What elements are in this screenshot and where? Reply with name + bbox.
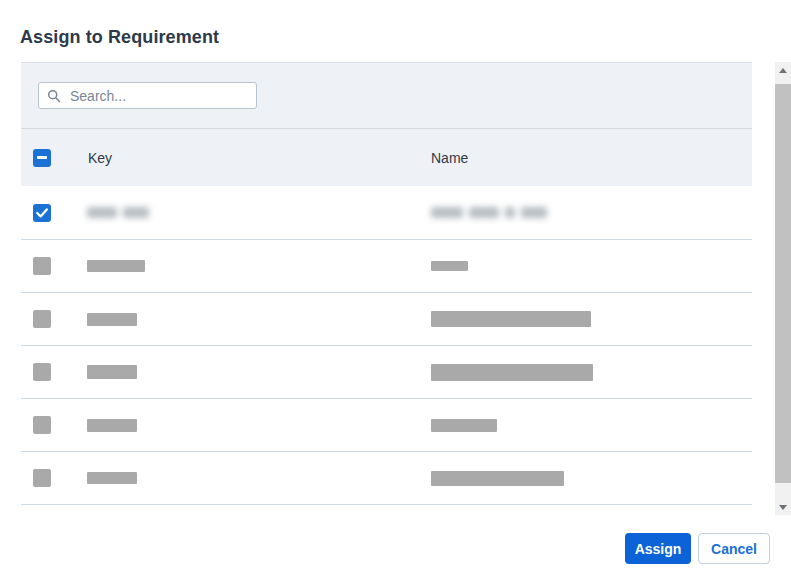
column-header-name: Name <box>431 150 468 166</box>
key-cell <box>87 399 137 451</box>
table-row <box>21 240 752 293</box>
blurred-text <box>87 207 149 218</box>
scrollbar[interactable] <box>775 62 791 515</box>
search-box <box>38 82 257 109</box>
assign-to-requirement-dialog: Assign to Requirement Key Name Assign C <box>0 0 791 587</box>
scrollbar-thumb[interactable] <box>775 84 791 483</box>
key-cell <box>87 186 149 239</box>
redacted-bar <box>87 472 137 484</box>
key-cell <box>87 240 145 292</box>
name-cell <box>431 452 564 504</box>
row-checkbox-redacted[interactable] <box>33 363 51 381</box>
key-cell <box>87 346 137 398</box>
requirements-panel: Key Name <box>21 62 752 505</box>
table-row <box>21 186 752 240</box>
cancel-button[interactable]: Cancel <box>698 533 770 564</box>
redacted-bar <box>431 364 593 381</box>
assign-button[interactable]: Assign <box>625 533 691 564</box>
redacted-bar <box>431 419 497 432</box>
row-checkbox-redacted[interactable] <box>33 469 51 487</box>
redacted-bar <box>431 471 564 486</box>
indeterminate-minus-icon <box>37 156 47 159</box>
search-section <box>21 62 752 129</box>
dialog-title: Assign to Requirement <box>20 27 219 48</box>
table-row <box>21 346 752 399</box>
name-cell <box>431 293 591 345</box>
redacted-bar <box>87 419 137 432</box>
redacted-bar <box>431 311 591 327</box>
table-row <box>21 399 752 452</box>
select-all-checkbox-indeterminate[interactable] <box>33 149 51 167</box>
table-header: Key Name <box>21 129 752 186</box>
search-input[interactable] <box>38 82 257 109</box>
table-body <box>21 186 752 505</box>
redacted-bar <box>87 365 137 379</box>
blurred-text <box>431 207 547 218</box>
key-cell <box>87 293 137 345</box>
checkmark-icon <box>36 208 48 218</box>
scrollbar-up-arrow-icon[interactable] <box>775 62 791 78</box>
row-checkbox-redacted[interactable] <box>33 310 51 328</box>
column-header-key: Key <box>88 150 112 166</box>
name-cell <box>431 240 468 292</box>
redacted-bar <box>87 313 137 326</box>
table-row <box>21 452 752 505</box>
name-cell <box>431 186 547 239</box>
name-cell <box>431 346 593 398</box>
redacted-bar <box>87 260 145 272</box>
table-row <box>21 293 752 346</box>
row-checkbox-checked[interactable] <box>33 204 51 222</box>
redacted-bar <box>431 261 468 271</box>
key-cell <box>87 452 137 504</box>
scrollbar-down-arrow-icon[interactable] <box>775 499 791 515</box>
row-checkbox-redacted[interactable] <box>33 416 51 434</box>
name-cell <box>431 399 497 451</box>
row-checkbox-redacted[interactable] <box>33 257 51 275</box>
